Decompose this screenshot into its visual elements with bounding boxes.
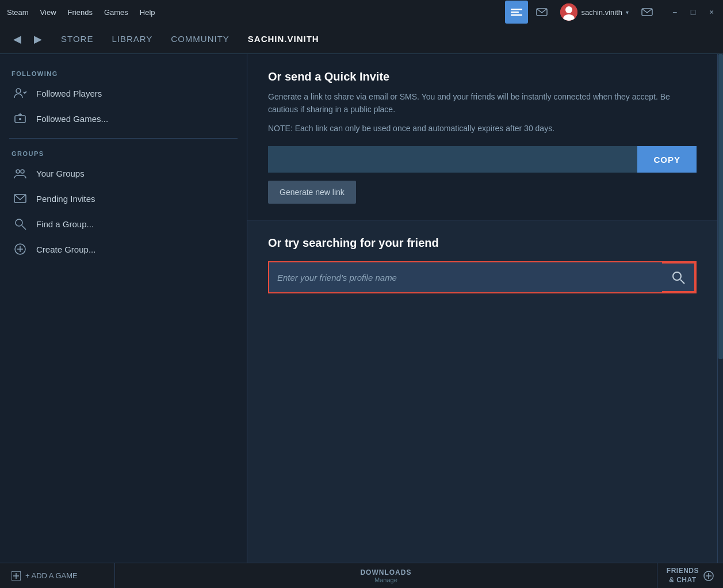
mail-notification-btn[interactable] (531, 2, 552, 22)
create-group-label: Create Group... (36, 245, 95, 254)
search-icon (13, 217, 27, 231)
steam-icon-btn[interactable] (505, 1, 528, 24)
svg-point-11 (16, 170, 20, 173)
title-bar-left: Steam View Friends Games Help (5, 8, 158, 17)
svg-point-8 (16, 89, 21, 93)
generate-link-button[interactable]: Generate new link (268, 181, 356, 204)
svg-point-14 (16, 219, 22, 226)
game-follow-icon (13, 112, 27, 125)
plus-circle-icon (13, 242, 27, 256)
plus-icon (12, 571, 21, 581)
svg-rect-1 (511, 12, 519, 13)
downloads-label: DOWNLOADS (360, 568, 411, 576)
forward-arrow-button[interactable]: ▶ (28, 29, 48, 49)
avatar-image (560, 3, 577, 21)
downloads-sub-label: Manage (374, 576, 397, 583)
sidebar-item-your-groups[interactable]: Your Groups (0, 161, 247, 186)
title-bar-right: sachin.vinith ▾ − □ × (505, 0, 723, 24)
quick-invite-note: NOTE: Each link can only be used once an… (268, 122, 697, 135)
magnifier-icon (671, 270, 685, 284)
bottom-bar: + ADD A GAME DOWNLOADS Manage FRIENDS & … (0, 563, 723, 588)
quick-invite-card: Or send a Quick Invite Generate a link t… (247, 54, 717, 220)
steam-logo-icon (511, 7, 522, 17)
chat-plus-icon (703, 571, 714, 581)
your-groups-label: Your Groups (36, 169, 85, 178)
nav-store[interactable]: STORE (53, 29, 101, 48)
svg-line-20 (680, 280, 684, 284)
svg-point-10 (19, 118, 21, 120)
invite-link-row: COPY (268, 146, 697, 173)
close-button[interactable]: × (702, 3, 721, 21)
menu-games[interactable]: Games (102, 8, 131, 17)
username-label: sachin.vinith (581, 8, 622, 17)
following-section-label: FOLLOWING (0, 66, 247, 81)
sidebar-item-find-group[interactable]: Find a Group... (0, 211, 247, 236)
quick-invite-description: Generate a link to share via email or SM… (268, 90, 697, 116)
envelope-icon (641, 7, 653, 17)
content-spacer (247, 310, 717, 482)
mail-icon (536, 7, 548, 17)
svg-point-12 (21, 170, 24, 173)
friends-chat-label: FRIENDS & CHAT (667, 567, 699, 585)
search-section: Or try searching for your friend (247, 220, 717, 310)
sidebar-item-pending-invites[interactable]: Pending Invites (0, 186, 247, 211)
friend-search-input[interactable] (269, 262, 662, 292)
nav-username[interactable]: SACHIN.VINITH (240, 29, 327, 48)
sidebar-item-followed-players[interactable]: Followed Players (0, 81, 247, 106)
svg-point-5 (565, 6, 572, 13)
downloads-button[interactable]: DOWNLOADS Manage (115, 568, 657, 583)
window-controls: − □ × (665, 3, 721, 21)
find-group-label: Find a Group... (36, 219, 94, 229)
chevron-down-icon: ▾ (626, 9, 629, 16)
menu-help[interactable]: Help (137, 8, 158, 17)
groups-icon (13, 166, 27, 180)
add-game-button[interactable]: + ADD A GAME (0, 563, 115, 589)
svg-point-19 (673, 272, 681, 280)
add-game-label: + ADD A GAME (25, 571, 78, 580)
menu-steam[interactable]: Steam (5, 8, 31, 17)
content-area: Or send a Quick Invite Generate a link t… (247, 54, 717, 563)
friend-search-button[interactable] (662, 262, 695, 292)
main-container: FOLLOWING Followed Players Followed Game… (0, 54, 723, 563)
followed-players-label: Followed Players (36, 89, 102, 98)
back-arrow-button[interactable]: ◀ (7, 29, 28, 49)
scrollbar-thumb[interactable] (718, 54, 723, 359)
sidebar-item-create-group[interactable]: Create Group... (0, 236, 247, 262)
invite-link-field[interactable] (268, 146, 637, 173)
followed-games-label: Followed Games... (36, 114, 108, 124)
minimize-button[interactable]: − (665, 3, 684, 21)
maximize-button[interactable]: □ (684, 3, 702, 21)
copy-button[interactable]: COPY (637, 146, 697, 173)
nav-bar: ◀ ▶ STORE LIBRARY COMMUNITY SACHIN.VINIT… (0, 24, 723, 54)
nav-library[interactable]: LIBRARY (104, 29, 160, 48)
search-title: Or try searching for your friend (268, 236, 697, 250)
user-profile-area[interactable]: sachin.vinith ▾ (556, 1, 633, 24)
groups-section-label: GROUPS (0, 146, 247, 161)
friends-chat-button[interactable]: FRIENDS & CHAT (657, 563, 723, 589)
nav-community[interactable]: COMMUNITY (163, 29, 238, 48)
avatar (560, 3, 577, 21)
person-follow-icon (13, 86, 27, 100)
menu-view[interactable]: View (38, 8, 59, 17)
envelope-icon (13, 192, 27, 205)
svg-rect-0 (511, 9, 522, 10)
pending-invites-label: Pending Invites (36, 194, 95, 204)
extra-notification-btn[interactable] (637, 2, 657, 22)
sidebar-item-followed-games[interactable]: Followed Games... (0, 106, 247, 131)
menu-friends[interactable]: Friends (66, 8, 95, 17)
scrollbar-track[interactable] (717, 54, 723, 563)
svg-line-15 (22, 226, 26, 230)
svg-rect-2 (511, 14, 522, 16)
sidebar-divider (9, 138, 238, 139)
title-bar: Steam View Friends Games Help (0, 0, 723, 24)
nav-items: STORE LIBRARY COMMUNITY SACHIN.VINITH (53, 29, 327, 48)
quick-invite-title: Or send a Quick Invite (268, 70, 697, 83)
search-row (268, 261, 697, 293)
sidebar: FOLLOWING Followed Players Followed Game… (0, 54, 247, 563)
